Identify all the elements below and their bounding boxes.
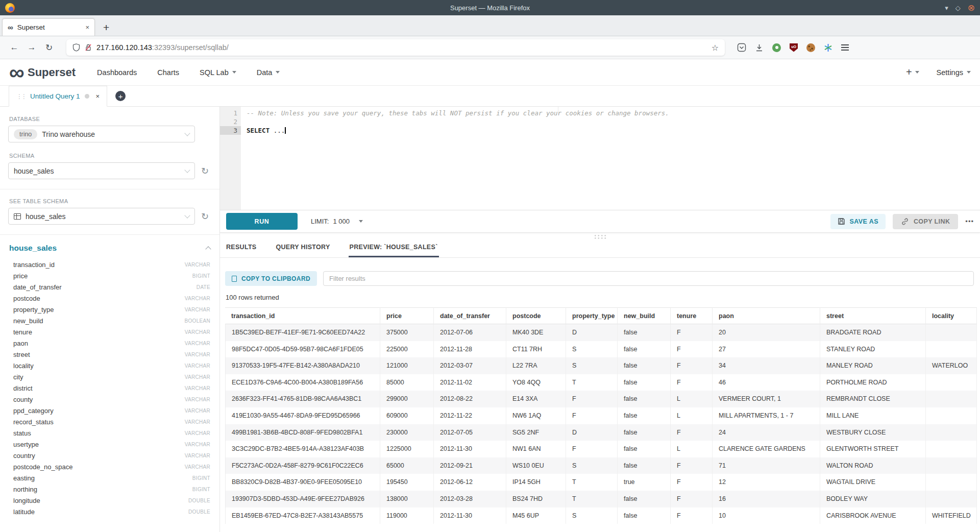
column-row: date_of_transfer DATE	[8, 281, 211, 293]
chevron-down-icon	[232, 71, 236, 74]
browser-tab-superset[interactable]: ∞ Superset ×	[2, 18, 95, 36]
collapse-chevron-icon[interactable]	[205, 246, 211, 252]
forward-icon[interactable]: →	[24, 42, 39, 53]
database-select[interactable]: trino Trino warehouse	[8, 126, 195, 142]
sql-editor[interactable]: 1 2 3 -- Note: Unless you save your quer…	[220, 107, 980, 210]
table-row[interactable]: 91370533-19F5-47FE-B142-A380A8ADA210 121…	[225, 357, 977, 374]
results-tab[interactable]: QUERY HISTORY	[275, 240, 331, 257]
column-type: VARCHAR	[185, 385, 210, 391]
column-header[interactable]: street	[820, 307, 926, 324]
table-body: 1B5C39ED-BE7F-41EF-9E71-9C60EED74A22 375…	[225, 324, 977, 524]
table-row[interactable]: 2636F323-FF41-4765-81DB-98CAA6A43BC1 299…	[225, 391, 977, 407]
column-header[interactable]: price	[380, 307, 434, 324]
drag-grip-icon[interactable]: ⋮⋮	[16, 93, 26, 100]
extension-icon[interactable]	[772, 43, 781, 52]
results-tab[interactable]: PREVIEW: `HOUSE_SALES`	[349, 240, 439, 257]
table-row[interactable]: EB1459EB-67ED-47C8-B2E7-A38143AB5575 119…	[225, 507, 977, 524]
window-maximize-icon[interactable]: ◇	[955, 5, 961, 11]
settings-menu[interactable]: Settings	[937, 68, 971, 77]
add-query-tab-button[interactable]: +	[115, 91, 126, 101]
ublock-icon[interactable]: uO	[790, 43, 798, 52]
cookie-extension-icon[interactable]	[806, 43, 815, 52]
editor-code-area[interactable]: -- Note: Unless you save your query, the…	[241, 107, 980, 210]
lock-insecure-icon[interactable]	[85, 43, 92, 52]
shield-icon[interactable]	[72, 43, 80, 52]
run-button[interactable]: RUN	[226, 213, 298, 230]
chevron-down-icon	[184, 167, 190, 173]
pane-resize-handle[interactable]	[220, 233, 980, 240]
superset-logo[interactable]: ∞ Superset	[9, 66, 76, 79]
table-row[interactable]: 499B1981-3B6B-4BCD-808F-9FED9802BFA1 230…	[225, 424, 977, 441]
database-value: Trino warehouse	[42, 130, 181, 138]
column-name: easting	[13, 474, 35, 482]
chevron-down-icon	[967, 71, 971, 74]
column-row: county VARCHAR	[8, 394, 211, 405]
bookmark-star-icon[interactable]: ☆	[712, 43, 719, 53]
table-schema-title[interactable]: house_sales	[9, 244, 57, 253]
copy-link-button[interactable]: COPY LINK	[893, 214, 958, 229]
sql-comment-line: -- Note: Unless you save your query, the…	[247, 109, 980, 117]
reload-icon[interactable]: ↻	[42, 42, 56, 53]
results-tab[interactable]: RESULTS	[225, 240, 258, 257]
nav-link[interactable]: Data	[257, 68, 280, 77]
limit-label: LIMIT:	[311, 217, 329, 225]
table-row[interactable]: 193907D3-5DBD-453D-A49E-9FEE27DAB926 138…	[225, 491, 977, 507]
new-tab-button[interactable]: +	[103, 22, 109, 33]
column-name: new_build	[13, 317, 43, 325]
table-row[interactable]: 98F5DC47-0D05-4D59-95B7-98CA6F1FDE05 225…	[225, 341, 977, 358]
more-actions-button[interactable]: •••	[965, 217, 974, 225]
column-row: postcode VARCHAR	[8, 293, 211, 304]
tab-close-icon[interactable]: ×	[85, 23, 89, 31]
translate-extension-icon[interactable]	[824, 43, 832, 52]
limit-dropdown[interactable]: LIMIT: 1 000	[311, 217, 363, 225]
refresh-schemas-icon[interactable]: ↻	[201, 166, 209, 176]
column-row: country VARCHAR	[8, 450, 211, 461]
unsaved-indicator-dot	[85, 94, 89, 99]
table-select[interactable]: house_sales	[8, 208, 195, 225]
column-header[interactable]: tenure	[671, 307, 713, 324]
back-icon[interactable]: ←	[7, 42, 21, 53]
column-header[interactable]: new_build	[618, 307, 671, 324]
schema-value: house_sales	[14, 167, 181, 175]
table-row[interactable]: F5C273AC-0D2A-458F-8279-9C61F0C22EC6 650…	[225, 457, 977, 474]
add-new-button[interactable]: +	[906, 66, 919, 78]
table-row[interactable]: BB8320C9-D82B-4B37-90E0-9FEE05095E10 195…	[225, 474, 977, 491]
column-name: county	[13, 396, 33, 403]
column-header[interactable]: date_of_transfer	[434, 307, 506, 324]
column-header[interactable]: property_type	[566, 307, 618, 324]
table-row[interactable]: 1B5C39ED-BE7F-41EF-9E71-9C60EED74A22 375…	[225, 324, 977, 341]
table-row[interactable]: 419E1030-9A55-4467-8DA9-9FED95D65966 609…	[225, 407, 977, 424]
column-type: VARCHAR	[185, 352, 210, 357]
nav-link[interactable]: Dashboards	[97, 68, 137, 77]
column-type: VARCHAR	[185, 408, 210, 414]
copy-to-clipboard-button[interactable]: COPY TO CLIPBOARD	[225, 271, 317, 286]
query-tab-close-icon[interactable]: ×	[96, 92, 100, 100]
column-header[interactable]: transaction_id	[225, 307, 380, 324]
column-list: transaction_id VARCHAR price BIGINT date…	[8, 259, 211, 517]
url-field[interactable]: 217.160.120.143:32393/superset/sqllab/ ☆	[66, 39, 725, 56]
refresh-tables-icon[interactable]: ↻	[201, 212, 209, 221]
column-type: BIGINT	[192, 475, 210, 481]
results-table: transaction_id price date_of_transfer po…	[225, 307, 977, 524]
column-type: VARCHAR	[185, 296, 210, 301]
column-header[interactable]: paon	[713, 307, 820, 324]
column-row: paon VARCHAR	[8, 337, 211, 349]
save-as-button[interactable]: SAVE AS	[830, 214, 886, 229]
column-header[interactable]: locality	[926, 307, 977, 324]
download-icon[interactable]	[755, 43, 764, 52]
column-name: postcode	[13, 295, 40, 302]
menu-icon[interactable]	[841, 44, 849, 51]
pocket-icon[interactable]	[737, 43, 746, 52]
nav-link[interactable]: SQL Lab	[200, 68, 236, 77]
schema-select[interactable]: house_sales	[8, 162, 195, 179]
query-tab-untitled[interactable]: ⋮⋮ Untitled Query 1 ×	[9, 86, 107, 107]
filter-results-input[interactable]	[323, 271, 974, 286]
table-row[interactable]: ECE1D376-C9A6-4C00-B004-A380B189FA56 850…	[225, 374, 977, 391]
window-close-icon[interactable]: ⊗	[968, 4, 975, 12]
database-label: DATABASE	[9, 116, 211, 122]
window-minimize-icon[interactable]: ▾	[945, 5, 948, 11]
column-header[interactable]: postcode	[506, 307, 566, 324]
column-row: price BIGINT	[8, 270, 211, 281]
nav-link[interactable]: Charts	[157, 68, 179, 77]
table-row[interactable]: 3C3C29DC-B7B2-4BE5-914A-A38123AF403B 122…	[225, 441, 977, 457]
